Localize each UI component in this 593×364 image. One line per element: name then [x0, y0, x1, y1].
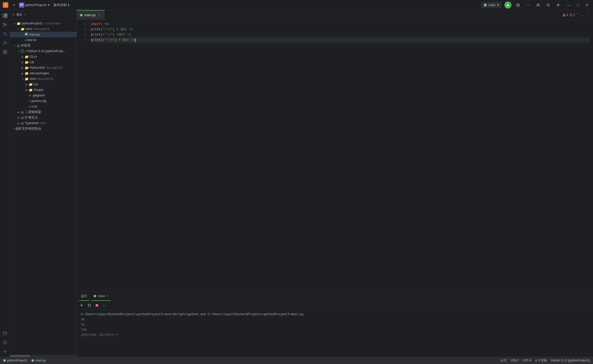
- temp-icon: ≈: [13, 127, 14, 130]
- tree-item-mainpy[interactable]: P main.py: [10, 32, 77, 37]
- status-encoding[interactable]: UTF-8: [523, 359, 531, 362]
- expand-arrows-icon[interactable]: ⌄: [581, 13, 584, 17]
- bottom-main-close[interactable]: ✕: [106, 294, 109, 298]
- ide-settings-button[interactable]: [555, 2, 562, 9]
- expand-arrow-lib2[interactable]: ▶: [25, 83, 29, 86]
- expand-arrow-dlls[interactable]: ▶: [21, 55, 25, 58]
- line-num-4: 4: [77, 37, 86, 43]
- activity-python-icon[interactable]: P: [2, 339, 9, 346]
- status-indent[interactable]: 4 个空格: [535, 358, 547, 363]
- bottom-more-button[interactable]: ⋯: [101, 302, 107, 308]
- expand-arrow-sitepackages[interactable]: ▶: [21, 72, 25, 75]
- tree-label-python310root: Python310: [30, 66, 45, 69]
- build-button[interactable]: [514, 2, 522, 9]
- tree-item-venv2[interactable]: ▾ 📁 venv library根目录: [10, 76, 77, 82]
- tree-item-scripts[interactable]: ▶ 📁 Scripts: [10, 87, 77, 93]
- profile-button[interactable]: [535, 2, 542, 9]
- minimize-button[interactable]: —: [565, 2, 573, 9]
- tree-item-typeshed[interactable]: ▶ 🗂 Typeshed 存根: [10, 120, 77, 126]
- rerun-button[interactable]: [79, 302, 85, 308]
- tree-label-testini: test ini: [27, 38, 36, 42]
- refresh-button[interactable]: [86, 302, 92, 308]
- vcs-menu[interactable]: 版本控制 ▾: [52, 2, 71, 8]
- tree-item-dlls[interactable]: ▶ 📁 DLLs: [10, 54, 77, 59]
- stop-button[interactable]: [94, 302, 100, 308]
- bottom-tab-run[interactable]: 运行: [79, 292, 89, 301]
- activity-run-icon[interactable]: [2, 39, 9, 46]
- tree-item-external-libs[interactable]: ▾ 🗂 外部库: [10, 43, 77, 48]
- activity-project-icon[interactable]: [2, 12, 9, 19]
- status-project[interactable]: pythonProject1: [7, 359, 27, 362]
- window-controls: — □ ✕: [565, 2, 591, 9]
- run-config-selector[interactable]: P main ▾: [481, 2, 501, 8]
- tree-item-extdef[interactable]: ▶ 🗂 扩展定义: [10, 115, 77, 120]
- tree-item-pyvenvcfg[interactable]: ≡ pyvenv.cfg: [10, 98, 77, 104]
- activity-plugins-icon[interactable]: [2, 48, 9, 55]
- expand-arrow-venv[interactable]: ▾: [17, 28, 21, 30]
- tree-item-lib2[interactable]: ▶ 📁 Lib: [10, 82, 77, 87]
- paren-open-3: (: [101, 32, 103, 38]
- maximize-button[interactable]: □: [574, 2, 582, 9]
- activity-search-icon[interactable]: [2, 30, 9, 37]
- close-button[interactable]: ✕: [583, 2, 591, 9]
- status-bar: P pythonProject1 › P main.py 4:22 CRLF U…: [0, 357, 593, 364]
- tab-mainpy-close[interactable]: ✕: [97, 13, 101, 17]
- bottom-tab-main[interactable]: P main ✕: [91, 292, 111, 301]
- project-name: pythonProject1: [25, 3, 47, 7]
- status-python-version[interactable]: Python 3.10 (pythonProject1): [551, 359, 590, 362]
- folder-scripts-icon: 📁: [29, 88, 33, 92]
- expand-arrow-extdef[interactable]: ▶: [17, 116, 21, 119]
- status-position[interactable]: 4:22: [501, 359, 507, 362]
- tree-item-python310[interactable]: ▾ P < Python 3.10 (pythonProje...: [10, 48, 77, 54]
- collapse-arrows-icon[interactable]: ⌃: [576, 13, 579, 17]
- expand-arrow-scripts[interactable]: ▶: [25, 89, 29, 91]
- tab-mainpy[interactable]: P main.py ✕: [77, 10, 105, 20]
- activity-settings-icon[interactable]: [2, 348, 9, 355]
- sidebar-scrollbar[interactable]: [10, 355, 77, 357]
- error-badge: ! 5: [569, 13, 575, 17]
- expand-arrow-python310[interactable]: ▾: [17, 50, 21, 53]
- tree-item-python310root[interactable]: ▶ 📁 Python310 library根目录: [10, 65, 77, 70]
- tree-item-sitepackages[interactable]: ▶ 📁 site-packages: [10, 70, 77, 76]
- status-line-ending[interactable]: CRLF: [511, 359, 518, 362]
- sidebar-more-icon[interactable]: ⋯: [72, 13, 75, 16]
- expand-arrow-typeshed[interactable]: ▶: [17, 122, 21, 125]
- tree-item-temp[interactable]: ≈ 临时文件和控制台: [10, 126, 77, 131]
- tree-item-testini[interactable]: ≡ test ini: [10, 37, 77, 43]
- tree-item-xini[interactable]: ≡ x.ini: [10, 104, 77, 109]
- sidebar-scrollbar-thumb[interactable]: [10, 355, 30, 357]
- expand-arrow-python310root[interactable]: ▶: [21, 66, 25, 69]
- error-triangle-icon: !: [569, 13, 572, 16]
- svg-rect-10: [5, 14, 7, 15]
- code-content[interactable]: import re print("\\n") # 输出 \n print(r"\…: [89, 20, 589, 292]
- tree-item-binary[interactable]: ▶ 🗂 二进制框架: [10, 109, 77, 115]
- expand-arrow-lib[interactable]: ▶: [21, 61, 25, 64]
- editor-more-btn[interactable]: ⋮: [587, 12, 591, 17]
- tree-sublabel-typeshed: 存根: [40, 121, 46, 125]
- tree-item-lib[interactable]: ▶ 📁 Lib: [10, 59, 77, 65]
- project-badge[interactable]: PP pythonProject1 ▾: [19, 3, 50, 8]
- tree-item-venv[interactable]: ▾ 📁 venv library根目录: [10, 26, 77, 32]
- tree-sublabel-venv2: library根目录: [38, 77, 54, 81]
- xini-icon: ≡: [29, 105, 30, 108]
- activity-vcs-icon[interactable]: [2, 21, 9, 28]
- run-button[interactable]: ▶: [504, 2, 511, 9]
- status-file[interactable]: main.py: [35, 359, 46, 362]
- expand-arrow-binary[interactable]: ▶: [17, 111, 21, 114]
- tree-item-pythonproject1[interactable]: ▾ 📁 pythonProject1 C:\Users\lipin: [10, 21, 77, 26]
- activity-database-icon[interactable]: [2, 330, 9, 337]
- run-config-name: main: [489, 3, 496, 7]
- expand-arrow-venv2[interactable]: ▾: [21, 78, 25, 80]
- sidebar-hamburger[interactable]: ☰: [12, 13, 15, 16]
- main-layout: P ☰ 项目 ▾ ⋯ ▾ 📁 pythonProject1 C:: [0, 10, 593, 357]
- tree-label-mainpy: main.py: [29, 33, 40, 36]
- str-3: "\n": [105, 32, 113, 38]
- expand-arrow-pythonproject1[interactable]: ▾: [13, 22, 17, 25]
- editor-area: P main.py ✕ ! 1: [77, 10, 593, 357]
- line-numbers: 1 2 3 4: [77, 20, 89, 292]
- tree-item-gitignore[interactable]: ⊘ .gitignore: [10, 93, 77, 98]
- expand-arrow-external[interactable]: ▾: [13, 44, 17, 47]
- global-search-button[interactable]: [545, 2, 552, 9]
- more-menu-button[interactable]: ⋯: [525, 2, 532, 9]
- hamburger-menu[interactable]: ≡: [11, 2, 17, 8]
